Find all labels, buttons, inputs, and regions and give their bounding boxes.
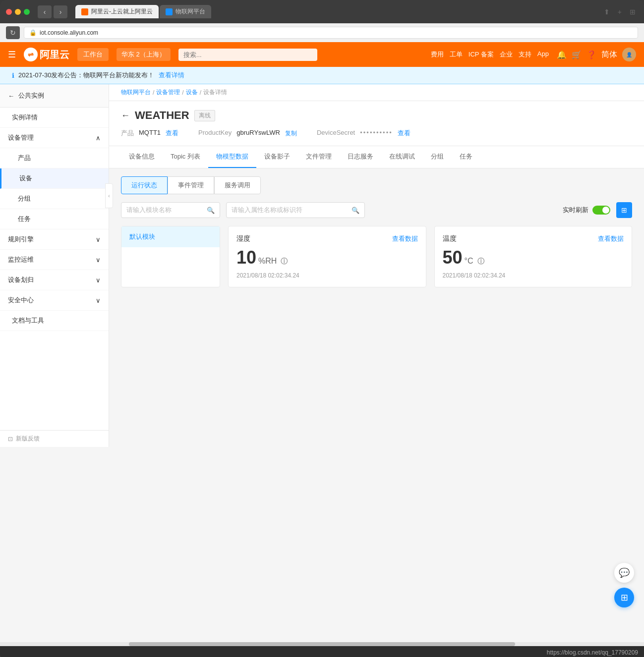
nav-link-ticket[interactable]: 工单 (450, 50, 463, 59)
nav-link-support[interactable]: 支持 (519, 50, 531, 59)
grid-float-button[interactable]: ⊞ (614, 588, 634, 607)
share-icon[interactable]: ⬆ (601, 7, 612, 17)
minimize-button[interactable] (15, 9, 21, 15)
close-button[interactable] (6, 9, 12, 15)
sidebar-item-label: 分组 (18, 194, 31, 203)
sidebar-item-task[interactable]: 任务 (0, 209, 109, 229)
help-icon[interactable]: ❓ (586, 50, 596, 59)
sidebar-item-device[interactable]: 设备 (0, 168, 109, 189)
card-label-temperature: 温度 (443, 234, 457, 243)
back-arrow-button[interactable]: ← (121, 110, 130, 121)
search-input[interactable] (178, 49, 317, 61)
view-data-link-humidity[interactable]: 查看数据 (392, 234, 418, 243)
breadcrumb-iot[interactable]: 物联网平台 (121, 88, 151, 97)
new-tab-icon[interactable]: + (615, 7, 624, 17)
extensions-icon[interactable]: ⊞ (627, 7, 638, 17)
humidity-unit: %RH (258, 257, 277, 266)
url-bar[interactable]: 🔒 iot.console.aliyun.com (24, 27, 638, 39)
copy-button[interactable]: 复制 (285, 129, 297, 138)
nav-link-icp[interactable]: ICP 备案 (468, 50, 494, 59)
tab-device-info[interactable]: 设备信息 (121, 146, 163, 168)
sidebar-item-security[interactable]: 安全中心 ∨ (0, 290, 109, 311)
realtime-label: 实时刷新 (563, 206, 588, 215)
nav-link-enterprise[interactable]: 企业 (500, 50, 513, 59)
workspace-button[interactable]: 工作台 (77, 48, 109, 61)
chevron-left-icon: ‹ (108, 193, 110, 199)
chevron-down-icon: ∨ (96, 256, 101, 264)
breadcrumb-device-management[interactable]: 设备管理 (156, 88, 180, 97)
meta-device-secret: DeviceSecret •••••••••• 查看 (317, 129, 410, 138)
maximize-button[interactable] (24, 9, 30, 15)
feedback-label[interactable]: 新版反馈 (16, 435, 40, 443)
view-data-link-temperature[interactable]: 查看数据 (598, 234, 624, 243)
breadcrumb-device[interactable]: 设备 (186, 88, 198, 97)
humidity-value: 10 (236, 247, 256, 268)
device-secret-view-link[interactable]: 查看 (398, 129, 410, 138)
sidebar-item-monitor[interactable]: 监控运维 ∨ (0, 250, 109, 270)
sidebar-item-rules[interactable]: 规则引擎 ∨ (0, 229, 109, 250)
region-selector[interactable]: 华东 2（上海） (117, 48, 171, 61)
language-icon[interactable]: 简体 (601, 50, 617, 60)
tab-online-debug[interactable]: 在线调试 (381, 146, 423, 168)
floating-buttons: 💬 ⊞ (614, 563, 634, 607)
top-navigation: ☰ ⇌ 阿里云 工作台 华东 2（上海） 费用 工单 ICP 备案 企业 支持 … (0, 42, 644, 67)
cart-icon[interactable]: 🛒 (572, 50, 582, 59)
tab-iot[interactable]: 物联网平台 (160, 5, 211, 18)
product-name: MQTT1 (139, 129, 161, 138)
tab-log-service[interactable]: 日志服务 (340, 146, 381, 168)
sidebar-item-docs[interactable]: 文档与工具 (0, 311, 109, 331)
nav-link-app[interactable]: App (537, 50, 549, 59)
browser-titlebar: ‹ › 阿里云-上云就上阿里云 物联网平台 ⬆ + ⊞ (0, 0, 644, 23)
temperature-unit: °C (465, 257, 473, 266)
device-name: WEATHER (135, 109, 189, 122)
sidebar-item-product[interactable]: 产品 (0, 148, 109, 168)
tab-topic-list[interactable]: Topic 列表 (163, 146, 208, 168)
tab-grouping[interactable]: 分组 (423, 146, 452, 168)
sidebar-back[interactable]: ← 公共实例 (0, 84, 109, 108)
forward-button[interactable]: › (54, 5, 67, 18)
menu-icon[interactable]: ☰ (8, 49, 16, 60)
grid-view-button[interactable]: ⊞ (616, 202, 632, 218)
tab-file-management[interactable]: 文件管理 (298, 146, 340, 168)
module-item-default[interactable]: 默认模块 (121, 226, 220, 247)
card-timestamp-humidity: 2021/08/18 02:02:34.24 (236, 272, 418, 279)
horizontal-scrollbar[interactable] (0, 642, 644, 646)
sidebar-item-device-management[interactable]: 设备管理 ∧ (0, 128, 109, 148)
footer-bar: https://blog.csdn.net/qq_17790209 (0, 646, 644, 657)
scrollbar-thumb (129, 642, 515, 646)
sub-tab-running-state[interactable]: 运行状态 (121, 176, 168, 194)
nav-link-fee[interactable]: 费用 (431, 50, 444, 59)
chat-icon: 💬 (619, 567, 630, 578)
attribute-filter[interactable]: 请输入属性名称或标识符 🔍 (226, 202, 365, 218)
module-filter[interactable]: 请输入模块名称 🔍 (121, 202, 220, 218)
tab-thing-model[interactable]: 物模型数据 (208, 146, 256, 168)
reload-button[interactable]: ↻ (6, 26, 20, 39)
notification-icon[interactable]: 🔔 (557, 50, 567, 59)
announcement-link[interactable]: 查看详情 (159, 71, 184, 80)
sub-tab-service-call[interactable]: 服务调用 (214, 176, 261, 194)
search-icon: 🔍 (207, 207, 215, 214)
tab-task[interactable]: 任务 (452, 146, 480, 168)
sidebar-item-device-assign[interactable]: 设备划归 ∨ (0, 270, 109, 290)
device-secret-label: DeviceSecret (317, 129, 355, 138)
chat-float-button[interactable]: 💬 (614, 563, 634, 583)
filter-bar: 请输入模块名称 🔍 请输入属性名称或标识符 🔍 实时刷新 ⊞ (109, 194, 644, 226)
data-panel: 默认模块 湿度 查看数据 10 % (109, 226, 644, 299)
tab-aliyun[interactable]: 阿里云-上云就上阿里云 (75, 5, 159, 18)
top-nav-icons: 🔔 🛒 ❓ 简体 👤 (557, 48, 636, 61)
sidebar-section-label: 安全中心 (8, 296, 34, 305)
sidebar-item-group[interactable]: 分组 (0, 189, 109, 209)
sidebar-item-label: 产品 (18, 154, 31, 163)
back-button[interactable]: ‹ (38, 5, 52, 18)
sidebar-item-instance-detail[interactable]: 实例详情 (0, 108, 109, 128)
browser-nav: ‹ › (38, 5, 67, 18)
tab-device-shadow[interactable]: 设备影子 (256, 146, 298, 168)
sub-tab-event-management[interactable]: 事件管理 (168, 176, 214, 194)
sidebar-collapse-button[interactable]: ‹ (105, 183, 113, 208)
avatar[interactable]: 👤 (622, 48, 636, 61)
toggle-thumb (602, 207, 609, 214)
browser-window: ‹ › 阿里云-上云就上阿里云 物联网平台 ⬆ + ⊞ ↻ 🔒 iot.cons… (0, 0, 644, 657)
product-view-link[interactable]: 查看 (166, 129, 178, 138)
realtime-switch[interactable] (592, 206, 610, 215)
sidebar-section-label: 规则引擎 (8, 235, 34, 244)
